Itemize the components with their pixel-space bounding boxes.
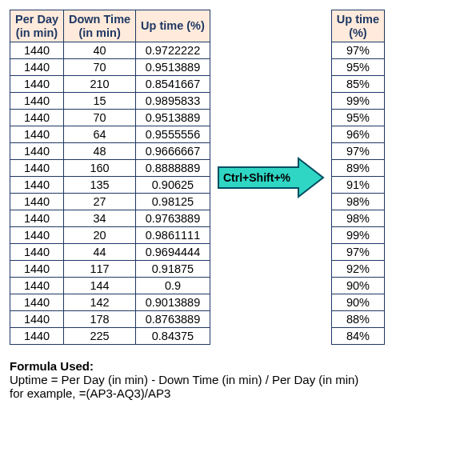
table-cell: 0.9666667 — [136, 143, 210, 160]
table-cell: 88% — [331, 311, 384, 328]
main-row: Per Day(in min) Down Time(in min) Up tim… — [10, 10, 462, 345]
table-cell: 0.8763889 — [136, 311, 210, 328]
table-cell: 98% — [331, 194, 384, 210]
table-row: 95% — [331, 59, 384, 76]
table-cell: 1440 — [10, 126, 64, 143]
table-cell: 210 — [64, 76, 136, 93]
table-row: 1440480.9666667 — [10, 143, 210, 160]
table-row: 14401600.8888889 — [10, 160, 210, 177]
table-cell: 0.9 — [136, 278, 210, 294]
table-cell: 96% — [331, 126, 384, 143]
table-cell: 48 — [64, 143, 136, 160]
table-cell: 0.9513889 — [136, 59, 210, 76]
table-cell: 0.91875 — [136, 261, 210, 278]
col-header-per-day: Per Day(in min) — [10, 10, 64, 42]
table-row: 90% — [331, 294, 384, 311]
table-cell: 1440 — [10, 244, 64, 261]
source-table: Per Day(in min) Down Time(in min) Up tim… — [10, 10, 210, 345]
table-row: 90% — [331, 278, 384, 294]
table-cell: 0.90625 — [136, 177, 210, 194]
table-cell: 1440 — [10, 278, 64, 294]
table-cell: 1440 — [10, 93, 64, 110]
table-cell: 90% — [331, 278, 384, 294]
table-row: 14402100.8541667 — [10, 76, 210, 93]
table-cell: 1440 — [10, 194, 64, 210]
table-row: 14401420.9013889 — [10, 294, 210, 311]
table-cell: 0.84375 — [136, 328, 210, 345]
table-row: 85% — [331, 76, 384, 93]
table-row: 14401350.90625 — [10, 177, 210, 194]
table-row: 98% — [331, 194, 384, 210]
table-row: 97% — [331, 42, 384, 59]
table-cell: 97% — [331, 244, 384, 261]
table-cell: 0.8888889 — [136, 160, 210, 177]
table-cell: 97% — [331, 42, 384, 59]
table-cell: 27 — [64, 194, 136, 210]
table-row: 97% — [331, 143, 384, 160]
formula-line-2: for example, =(AP3-AQ3)/AP3 — [10, 386, 462, 400]
table-cell: 0.9513889 — [136, 110, 210, 126]
table-cell: 90% — [331, 294, 384, 311]
table-cell: 1440 — [10, 328, 64, 345]
result-table-header-row: Up time(%) — [331, 10, 384, 42]
table-cell: 20 — [64, 227, 136, 244]
table-cell: 1440 — [10, 294, 64, 311]
formula-block: Formula Used: Uptime = Per Day (in min) … — [10, 359, 462, 400]
table-cell: 225 — [64, 328, 136, 345]
table-cell: 1440 — [10, 110, 64, 126]
table-cell: 84% — [331, 328, 384, 345]
table-row: 1440150.9895833 — [10, 93, 210, 110]
table-row: 88% — [331, 311, 384, 328]
table-row: 98% — [331, 210, 384, 227]
table-cell: 0.9013889 — [136, 294, 210, 311]
table-cell: 70 — [64, 59, 136, 76]
table-cell: 70 — [64, 110, 136, 126]
table-cell: 98% — [331, 210, 384, 227]
table-cell: 1440 — [10, 210, 64, 227]
table-cell: 1440 — [10, 143, 64, 160]
table-row: 1440440.9694444 — [10, 244, 210, 261]
table-cell: 0.9895833 — [136, 93, 210, 110]
table-row: 1440700.9513889 — [10, 110, 210, 126]
table-cell: 142 — [64, 294, 136, 311]
table-cell: 85% — [331, 76, 384, 93]
formula-heading: Formula Used: — [10, 359, 462, 373]
table-row: 91% — [331, 177, 384, 194]
table-cell: 0.9694444 — [136, 244, 210, 261]
table-cell: 117 — [64, 261, 136, 278]
table-cell: 97% — [331, 143, 384, 160]
source-table-header-row: Per Day(in min) Down Time(in min) Up tim… — [10, 10, 210, 42]
table-cell: 15 — [64, 93, 136, 110]
table-cell: 95% — [331, 59, 384, 76]
table-row: 1440200.9861111 — [10, 227, 210, 244]
table-cell: 1440 — [10, 59, 64, 76]
table-row: 1440640.9555556 — [10, 126, 210, 143]
table-cell: 144 — [64, 278, 136, 294]
table-cell: 1440 — [10, 311, 64, 328]
table-cell: 44 — [64, 244, 136, 261]
col-header-down-time: Down Time(in min) — [64, 10, 136, 42]
table-row: 92% — [331, 261, 384, 278]
table-cell: 95% — [331, 110, 384, 126]
table-cell: 99% — [331, 227, 384, 244]
table-row: 95% — [331, 110, 384, 126]
table-row: 14401780.8763889 — [10, 311, 210, 328]
table-cell: 99% — [331, 93, 384, 110]
table-cell: 89% — [331, 160, 384, 177]
table-cell: 0.9555556 — [136, 126, 210, 143]
table-row: 1440700.9513889 — [10, 59, 210, 76]
arrow-icon: Ctrl+Shift+% — [217, 157, 325, 198]
table-cell: 34 — [64, 210, 136, 227]
table-cell: 178 — [64, 311, 136, 328]
table-row: 97% — [331, 244, 384, 261]
table-cell: 1440 — [10, 261, 64, 278]
table-cell: 40 — [64, 42, 136, 59]
table-row: 1440340.9763889 — [10, 210, 210, 227]
table-row: 14402250.84375 — [10, 328, 210, 345]
table-cell: 0.9861111 — [136, 227, 210, 244]
table-cell: 160 — [64, 160, 136, 177]
shortcut-arrow: Ctrl+Shift+% — [217, 157, 325, 198]
table-row: 14401440.9 — [10, 278, 210, 294]
table-row: 1440270.98125 — [10, 194, 210, 210]
table-cell: 1440 — [10, 227, 64, 244]
